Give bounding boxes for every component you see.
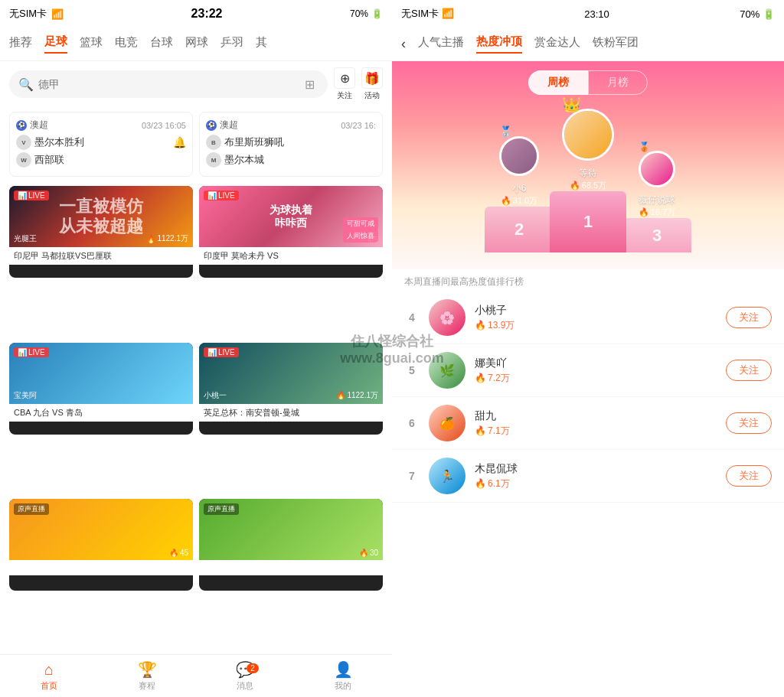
tab-esports[interactable]: 电竞 xyxy=(115,35,138,53)
rank-avatar-4: 🌸 xyxy=(429,299,466,336)
live-card-3[interactable]: 📊LIVE 宝美阿 CBA 九台 VS 青岛 xyxy=(9,343,193,435)
follow-btn-5[interactable]: 关注 xyxy=(726,360,772,381)
schedule-icon: 🏆 xyxy=(138,660,157,679)
rank-info-4: 小桃子 🔥 13.9万 xyxy=(475,304,717,332)
tab-recommend[interactable]: 推荐 xyxy=(9,35,32,53)
ranking-row-4[interactable]: 4 🌸 小桃子 🔥 13.9万 关注 xyxy=(392,292,784,344)
live-card-6-viewers: 🔥30 xyxy=(359,549,378,557)
ranking-row-7[interactable]: 7 🏃 木昆侃球 🔥 6.1万 关注 xyxy=(392,450,784,503)
nav-profile-label: 我的 xyxy=(335,680,351,692)
nav-home[interactable]: ⌂ 首页 xyxy=(0,661,98,692)
right-battery-text: 70% xyxy=(740,8,760,20)
team-name-2a: 布里斯班狮吼 xyxy=(224,135,284,149)
podium-third[interactable]: 🥉 薇仔说球 🔥 16.7万 3 xyxy=(622,151,691,252)
fire-icon-second: 🔥 xyxy=(501,196,511,206)
monthly-btn[interactable]: 月榜 xyxy=(588,70,648,95)
follow-btn-6[interactable]: 关注 xyxy=(726,412,772,434)
tab-basketball[interactable]: 篮球 xyxy=(80,35,103,53)
fire-5: 🔥 xyxy=(475,373,486,383)
follow-btn-7[interactable]: 关注 xyxy=(726,465,772,487)
heat-second: 🔥 31.0万 xyxy=(501,195,537,207)
left-battery: 70% 🔋 xyxy=(350,8,383,19)
team-name-2b: 墨尔本城 xyxy=(224,153,264,167)
podium-second[interactable]: 🥈 小6 🔥 31.0万 2 xyxy=(485,136,554,252)
league-icon-2: ⚽ xyxy=(206,120,217,131)
ranking-row-5[interactable]: 5 🌿 娜美吖 🔥 7.2万 关注 xyxy=(392,344,784,397)
name-third: 薇仔说球 xyxy=(639,194,675,207)
ranking-row-6[interactable]: 6 🍊 甜九 🔥 7.1万 关注 xyxy=(392,397,784,450)
match-card-1[interactable]: ⚽ 澳超 03/23 16:05 V 墨尔本胜利 🔔 W 西部联 xyxy=(9,112,193,177)
team-logo-2a: B xyxy=(206,135,221,150)
activity-icon-btn[interactable]: 🎁 活动 xyxy=(361,67,383,101)
tab-pingpong[interactable]: 乒羽 xyxy=(220,35,243,53)
tab-popular-anchor[interactable]: 人气主播 xyxy=(418,35,464,53)
right-battery-icon: 🔋 xyxy=(763,8,775,20)
rank-avatar-6: 🍊 xyxy=(429,405,466,441)
activity-icon: 🎁 xyxy=(361,67,383,89)
tab-other[interactable]: 其 xyxy=(256,35,267,53)
live-card-6[interactable]: 原声直播 🔥30 xyxy=(199,499,383,591)
ranking-body: 周榜 月榜 🥈 小6 🔥 31.0万 2 xyxy=(392,61,784,269)
tab-iron-fan[interactable]: 铁粉军团 xyxy=(593,35,639,53)
live-card-4[interactable]: 📊LIVE 🔥1122.1万 小桃一 英足总杯：南安普顿-曼城 xyxy=(199,343,383,435)
right-time: 23:10 xyxy=(584,8,609,20)
battery-icon: 🔋 xyxy=(371,8,383,19)
rank-num-4: 4 xyxy=(404,311,420,324)
live-card-2-overlay: 为球执着咔咔西 xyxy=(270,204,312,230)
crown-first: 👑 xyxy=(562,95,581,113)
nav-home-label: 首页 xyxy=(41,680,57,692)
nav-profile[interactable]: 👤 我的 xyxy=(294,660,392,692)
avatar-third xyxy=(639,151,675,187)
follow-icon: ⊕ xyxy=(334,67,355,89)
fire-6: 🔥 xyxy=(475,425,486,436)
live-grid: 一直被模仿从未被超越 📊LIVE 🔥1122.1万 光腿王 印尼甲 马都拉联VS… xyxy=(0,181,392,654)
nav-schedule[interactable]: 🏆 赛程 xyxy=(98,660,196,692)
live-card-5-info xyxy=(9,560,193,575)
bottom-nav: ⌂ 首页 🏆 赛程 💬 消息 2 👤 我的 xyxy=(0,654,392,697)
tab-tennis[interactable]: 网球 xyxy=(185,35,208,53)
live-card-2[interactable]: 为球执着咔咔西 📊LIVE 4/5 可甜可咸 人间惊喜 印度甲 莫哈未丹 VS xyxy=(199,186,383,278)
follow-icon-btn[interactable]: ⊕ 关注 xyxy=(334,67,355,101)
live-card-4-anchor: 小桃一 xyxy=(204,390,227,401)
nav-messages[interactable]: 💬 消息 2 xyxy=(196,660,294,692)
back-button[interactable]: ‹ xyxy=(401,36,406,52)
right-status-bar: 无SIM卡 📶 23:10 70% 🔋 xyxy=(392,0,784,28)
avatar-first xyxy=(562,109,614,161)
tab-reward-master[interactable]: 赏金达人 xyxy=(534,35,580,53)
tab-billiards[interactable]: 台球 xyxy=(150,35,173,53)
live-card-1-overlay: 一直被模仿从未被超越 xyxy=(59,197,143,237)
live-card-2-info: 印度甲 莫哈未丹 VS xyxy=(199,247,383,265)
league-name-1: 澳超 xyxy=(30,119,48,132)
ranking-list: 4 🌸 小桃子 🔥 13.9万 关注 5 🌿 娜美吖 🔥 xyxy=(392,292,784,697)
rank-name-4: 小桃子 xyxy=(475,304,717,318)
weekly-btn[interactable]: 周榜 xyxy=(528,70,588,95)
tab-heat-top[interactable]: 热度冲顶 xyxy=(476,34,522,54)
right-carrier-text: 无SIM卡 xyxy=(401,8,439,19)
match-card-2[interactable]: ⚽ 澳超 03/23 16: B 布里斯班狮吼 M 墨尔本城 xyxy=(199,112,383,177)
live-card-5[interactable]: 原声直播 🔥45 xyxy=(9,499,193,591)
right-battery: 70% 🔋 xyxy=(740,8,775,20)
live-card-1-title: 印尼甲 马都拉联VS巴厘联 xyxy=(14,250,188,262)
follow-btn-4[interactable]: 关注 xyxy=(726,307,772,328)
fire-7: 🔥 xyxy=(475,478,486,489)
tab-football[interactable]: 足球 xyxy=(44,34,67,54)
search-input-wrap[interactable]: 🔍 ⊞ xyxy=(9,70,328,98)
name-second: 小6 xyxy=(512,182,527,195)
bell-icon-1[interactable]: 🔔 xyxy=(173,136,186,148)
podium-area: 🥈 小6 🔥 31.0万 2 👑 等待 🔥 xyxy=(401,107,775,260)
search-input[interactable] xyxy=(38,78,296,90)
live-card-1[interactable]: 一直被模仿从未被超越 📊LIVE 🔥1122.1万 光腿王 印尼甲 马都拉联VS… xyxy=(9,186,193,278)
podium-first[interactable]: 👑 等待 🔥 68.5万 1 xyxy=(550,109,626,252)
name-first: 等待 xyxy=(579,167,597,180)
live-card-1-viewers: 🔥1122.1万 xyxy=(146,233,188,244)
rank-name-6: 甜九 xyxy=(475,409,717,423)
profile-icon: 👤 xyxy=(334,660,353,679)
scan-icon[interactable]: ⊞ xyxy=(300,75,318,93)
search-icon: 🔍 xyxy=(18,77,34,92)
rank-heat-5: 🔥 7.2万 xyxy=(475,372,717,385)
live-card-4-title: 英足总杯：南安普顿-曼城 xyxy=(204,407,378,419)
live-card-5-title xyxy=(14,563,188,572)
ranking-subtitle: 本周直播间最高热度值排行榜 xyxy=(392,269,784,292)
league-name-2: 澳超 xyxy=(220,119,238,132)
nav-tabs: 推荐 足球 篮球 电竞 台球 网球 乒羽 其 xyxy=(0,28,392,61)
